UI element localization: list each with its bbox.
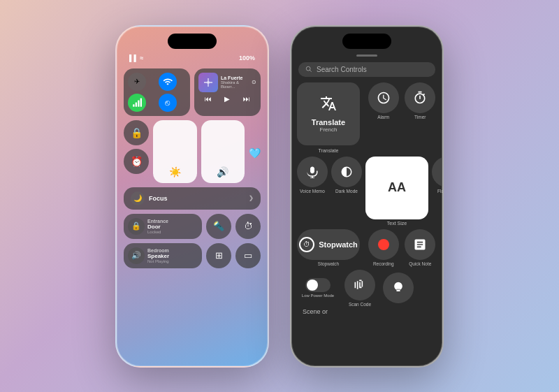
wifi-button[interactable] xyxy=(159,73,177,91)
quick-note-label: Quick Note xyxy=(409,261,431,266)
dark-mode-container: Dark Mode xyxy=(331,157,362,194)
flashlight-label: Flashlight xyxy=(437,189,444,194)
stopwatch-circle: ⏱ xyxy=(299,237,314,252)
bluetooth-button[interactable]: ⎋ xyxy=(159,94,177,112)
scan-code-container: Scan Code xyxy=(342,270,377,307)
speaker-icon: 🔊 xyxy=(128,247,145,264)
translate-svg-icon xyxy=(320,95,337,112)
prev-button[interactable]: ⏮ xyxy=(205,95,212,103)
translate-sublang: French xyxy=(320,126,337,133)
door-name: Door xyxy=(147,224,168,230)
cellular-button[interactable] xyxy=(128,94,146,112)
lightbulb-icon xyxy=(391,281,405,295)
search-bar[interactable]: Search Controls xyxy=(298,62,435,77)
lightbulb-button[interactable] xyxy=(383,273,414,303)
translate-icon xyxy=(320,95,337,115)
timer-container: Timer xyxy=(404,82,437,119)
quick-note-container: Quick Note xyxy=(404,229,437,266)
screen-lock-button[interactable]: 🔒 xyxy=(124,120,149,145)
alarm-button[interactable]: ⏰ xyxy=(124,149,149,174)
airplane-button[interactable]: ✈ xyxy=(128,73,146,91)
low-power-toggle[interactable] xyxy=(305,278,331,292)
timer-icon xyxy=(413,91,427,105)
lightbulb-container xyxy=(381,273,416,303)
play-button[interactable]: ▶ xyxy=(224,95,230,103)
volume-icon: 🔊 xyxy=(217,166,228,177)
translate-box[interactable]: Translate French xyxy=(297,82,360,145)
timer-label: Timer xyxy=(414,115,426,119)
grid-button[interactable]: ⊞ xyxy=(206,243,231,268)
speaker-box[interactable]: 🔊 Bedroom Speaker Not Playing xyxy=(124,243,202,268)
voice-memo-container: Voice Memo xyxy=(297,157,328,194)
stopwatch-box[interactable]: ⏱ Stopwatch xyxy=(297,229,360,260)
top-indicator xyxy=(356,55,377,57)
alarm-container: Alarm xyxy=(367,82,400,119)
airplay-icon[interactable]: ⊙ xyxy=(252,79,256,85)
connectivity-box[interactable]: ✈ ⎋ xyxy=(124,68,190,116)
dynamic-island-left xyxy=(168,34,217,49)
dynamic-island-right xyxy=(342,34,391,49)
second-row: 🔒 ⏰ ☀️ 🔊 🩵 xyxy=(124,120,261,183)
stopwatch-text: Stopwatch xyxy=(319,240,358,249)
row4: Low Power Mode Scan Code xyxy=(297,270,437,307)
brightness-slider[interactable]: ☀️ xyxy=(153,120,197,183)
focus-chevron: ❯ xyxy=(249,195,254,201)
recording-dot xyxy=(378,239,389,250)
svg-rect-2 xyxy=(138,100,139,106)
tv-button[interactable]: ▭ xyxy=(235,243,261,268)
translate-label: Translate xyxy=(319,148,339,153)
music-box[interactable]: La Fuerte Shakira & Bizarr... ⊙ ⏮ ▶ ⏭ xyxy=(194,68,261,116)
row1: Translate French Translate Alarm xyxy=(297,82,437,153)
scene-label: Scene or xyxy=(297,308,437,315)
svg-rect-0 xyxy=(133,104,134,107)
stopwatch-label: Stopwatch xyxy=(318,261,339,266)
scan-code-icon xyxy=(353,278,367,292)
scan-code-button[interactable] xyxy=(344,270,375,300)
door-row: 🔒 Entrance Door Locked 🔦 ⏱ xyxy=(124,214,261,239)
flashlight-button-right[interactable] xyxy=(432,157,444,187)
voice-memo-button[interactable] xyxy=(297,157,328,187)
svg-rect-1 xyxy=(136,102,137,106)
dark-mode-icon xyxy=(340,166,353,178)
flashlight-icon xyxy=(441,166,444,178)
music-artist: Shakira & Bizarr... xyxy=(221,80,249,89)
text-size-container: AA Text Size xyxy=(365,157,428,226)
translate-lang: Translate xyxy=(312,118,345,126)
door-info: Entrance Door Locked xyxy=(147,219,168,234)
alarm-icon xyxy=(377,91,391,105)
recording-label: Recording xyxy=(373,261,394,266)
flashlight-button[interactable]: 🔦 xyxy=(206,214,231,239)
speaker-row: 🔊 Bedroom Speaker Not Playing ⊞ ▭ xyxy=(124,243,261,268)
svg-rect-3 xyxy=(140,98,142,106)
next-button[interactable]: ⏭ xyxy=(243,95,250,103)
right-phone: Search Controls Translate French Transla… xyxy=(290,25,444,368)
door-status: Locked xyxy=(147,230,168,234)
dark-mode-label: Dark Mode xyxy=(335,189,358,194)
scan-code-label: Scan Code xyxy=(349,302,371,307)
focus-label: Focus xyxy=(149,195,168,202)
focus-row[interactable]: 🌙 Focus ❯ xyxy=(124,187,261,210)
quick-note-button[interactable] xyxy=(405,229,435,260)
row3: ⏱ Stopwatch Stopwatch Recording xyxy=(297,229,437,266)
speaker-status: Not Playing xyxy=(147,259,169,263)
voice-memo-icon xyxy=(306,166,319,178)
text-size-label: Text Size xyxy=(387,221,407,226)
left-phone: ▌▌ ≈ 100% ✈ xyxy=(115,25,269,368)
volume-slider[interactable]: 🔊 xyxy=(201,120,245,183)
quick-note-icon xyxy=(413,238,427,252)
row2: Voice Memo Dark Mode AA Text Size xyxy=(297,157,437,226)
timer-button-right[interactable] xyxy=(405,82,435,113)
speaker-location: Bedroom xyxy=(147,248,169,253)
timer-button[interactable]: ⏱ xyxy=(235,214,261,239)
alarm-label: Alarm xyxy=(377,115,389,119)
text-size-box[interactable]: AA xyxy=(365,157,428,219)
music-controls: ⏮ ▶ ⏭ xyxy=(198,95,256,103)
music-title: La Fuerte xyxy=(221,75,249,80)
dark-mode-button[interactable] xyxy=(331,157,362,187)
music-info: La Fuerte Shakira & Bizarr... xyxy=(221,75,249,89)
toggle-knob xyxy=(307,280,318,291)
recording-button[interactable] xyxy=(368,229,399,260)
search-placeholder: Search Controls xyxy=(317,66,367,73)
alarm-button-right[interactable] xyxy=(368,82,399,113)
door-box[interactable]: 🔒 Entrance Door Locked xyxy=(124,214,202,239)
